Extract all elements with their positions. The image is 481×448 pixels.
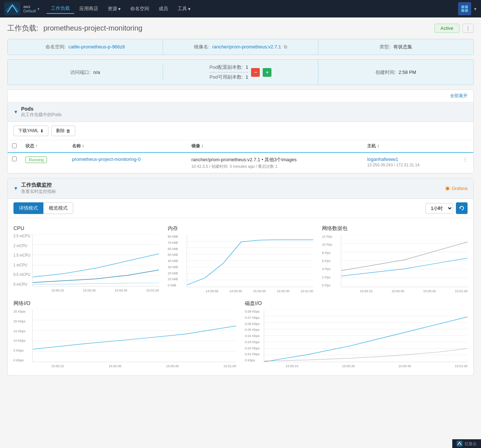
cpu-chart: CPU 2.5 mCPU 2 mCPU 1.5 mCPU 1 mCPU 0.5 …: [13, 225, 159, 293]
info-row-1: 命名空间: cattle-prometheus-p-966z8 镜像名: ran…: [8, 39, 473, 55]
svg-rect-1: [461, 5, 464, 8]
row-host: loganhafwww1 13.250.39.243 / 172.31.31.1…: [363, 152, 457, 173]
nav-dashboard-icon[interactable]: [458, 2, 471, 15]
image-main: rancher/prom-prometheus:v2.7.1 • 其他3个ima…: [191, 156, 358, 163]
status-running-badge: Running: [25, 156, 47, 163]
info-row-2: 访问端口: n/a Pod配置副本数: 1 Pod可用副本数: 1: [8, 60, 473, 85]
host-link[interactable]: loganhafwww1: [367, 156, 398, 162]
net-packets-svg: [341, 235, 468, 287]
cpu-chart-inner: [32, 234, 159, 286]
grafana-link[interactable]: Grafana: [445, 186, 468, 191]
header-actions: Active ⋮: [434, 24, 474, 33]
mode-detail-tab[interactable]: 详情模式: [13, 202, 43, 214]
cpu-x-labels: 15:00:15 15:00:30 15:00:45 15:01:00: [32, 289, 159, 292]
pod-name-link[interactable]: prometheus-project-monitoring-0: [72, 156, 141, 162]
pods-section: 全部展开 ▼ Pods 此工作负载中的Pods 下载YAML ⬇ 删除 🗑: [7, 90, 474, 174]
nav-items: 工作负载 应用商店 资源 ▾ 命名空间 成员 工具 ▾: [47, 4, 458, 14]
svg-point-6: [446, 187, 449, 190]
expand-all-link[interactable]: 全部展开: [450, 93, 468, 98]
network-packets-chart: 网络数据包 12 Pps 10 Pps 8 Pps 6 Pps 4 Pps 2 …: [322, 225, 468, 293]
cpu-chart-title: CPU: [13, 225, 159, 231]
monitoring-section: ▼ 工作负载监控 查看实时监控指标 Grafana 详情模式 概览模式: [7, 178, 474, 376]
pods-collapse-icon: ▼: [13, 109, 18, 115]
copy-icon[interactable]: ⧉: [284, 44, 287, 49]
download-yaml-button[interactable]: 下载YAML ⬇: [13, 126, 48, 136]
cpu-y-labels: 2.5 mCPU 2 mCPU 1.5 mCPU 1 mCPU 0.5 mCPU…: [13, 234, 32, 292]
monitoring-collapse-icon[interactable]: ▼: [13, 186, 18, 191]
header-status[interactable]: 状态 ↑: [21, 140, 68, 152]
disk-io-x-labels: 15:00:15 15:00:30 15:00:45 15:01:00: [264, 364, 468, 368]
row-more-icon[interactable]: ⋮: [461, 155, 469, 163]
memory-y-labels: 80 MiB 70 MiB 60 MiB 50 MiB 40 MiB 30 Mi…: [168, 235, 187, 293]
nav-item-appstore[interactable]: 应用商店: [75, 4, 103, 14]
scale-up-button[interactable]: +: [263, 68, 271, 77]
svg-rect-3: [461, 9, 464, 12]
network-io-chart: 网络I/O 25 Kbps 20 Kbps 15 Kbps 10 Kbps 5 …: [13, 300, 236, 368]
disk-io-y-labels: 0.08 Kbps 0.07 Kbps 0.06 Kbps 0.05 Kbps …: [245, 310, 264, 368]
pods-table: 状态 ↑ 名称 ↕ 镜像 ↕ 主机 ↕: [8, 140, 473, 173]
disk-io-chart: 磁盘I/O 0.08 Kbps 0.07 Kbps 0.06 Kbps 0.05…: [245, 300, 468, 368]
header-image[interactable]: 镜像 ↕: [187, 140, 363, 152]
header-name[interactable]: 名称 ↕: [68, 140, 187, 152]
charts-grid-1: CPU 2.5 mCPU 2 mCPU 1.5 mCPU 1 mCPU 0.5 …: [8, 218, 473, 300]
time-selector: 1小时: [425, 202, 468, 214]
mode-tabs: 详情模式 概览模式: [13, 202, 73, 214]
table-header-row: 状态 ↑ 名称 ↕ 镜像 ↕ 主机 ↕: [8, 140, 473, 152]
monitoring-title-area: ▼ 工作负载监控 查看实时监控指标: [13, 182, 56, 195]
nav-item-tools[interactable]: 工具 ▾: [173, 4, 195, 14]
nav-tools-chevron: ▾: [188, 6, 191, 12]
delete-button[interactable]: 删除 🗑: [51, 126, 75, 136]
network-io-title: 网络I/O: [13, 300, 236, 307]
info-section-bottom: 访问端口: n/a Pod配置副本数: 1 Pod可用副本数: 1: [7, 59, 474, 85]
pods-section-subtitle: 此工作负载中的Pods: [21, 112, 61, 118]
nav-item-members[interactable]: 成员: [154, 4, 172, 14]
pods-section-header[interactable]: ▼ Pods 此工作负载中的Pods: [8, 102, 473, 122]
cpu-chart-area: 2.5 mCPU 2 mCPU 1.5 mCPU 1 mCPU 0.5 mCPU…: [13, 234, 159, 292]
scale-down-button[interactable]: −: [251, 68, 260, 77]
select-all-checkbox[interactable]: [12, 143, 17, 148]
download-icon: ⬇: [40, 128, 44, 134]
nav-expand-icon[interactable]: ▾: [474, 6, 477, 12]
memory-chart-svg: [187, 235, 313, 287]
info-pod-replicas: Pod配置副本数: 1 Pod可用副本数: 1 − +: [163, 60, 318, 85]
status-badge: Active: [434, 24, 460, 33]
nav-item-namespace[interactable]: 命名空间: [126, 4, 154, 14]
header-host[interactable]: 主机 ↕: [363, 140, 457, 152]
disk-io-svg: [264, 310, 468, 362]
row-image: rancher/prom-prometheus:v2.7.1 • 其他3个ima…: [187, 152, 363, 173]
header-checkbox-col: [8, 140, 21, 152]
mode-overview-tab[interactable]: 概览模式: [43, 202, 73, 214]
pods-section-title: Pods: [21, 106, 61, 112]
page-header: 工作负载: prometheus-project-monitoring Acti…: [7, 23, 474, 33]
network-io-area: 25 Kbps 20 Kbps 15 Kbps 10 Kbps 5 Kbps 0…: [13, 310, 236, 368]
page-content: 工作负载: prometheus-project-monitoring Acti…: [0, 17, 481, 386]
monitoring-subtitle: 查看实时监控指标: [21, 189, 56, 195]
net-io-chart-inner: [32, 310, 236, 362]
pods-content: 下载YAML ⬇ 删除 🗑 状态: [8, 122, 473, 173]
page-title: 工作负载: prometheus-project-monitoring: [7, 23, 142, 33]
refresh-button[interactable]: [456, 202, 468, 214]
time-select[interactable]: 1小时: [425, 203, 453, 214]
row-name: prometheus-project-monitoring-0: [68, 152, 187, 173]
host-ip: 13.250.39.243 / 172.31.31.14: [367, 163, 453, 167]
net-packets-chart-inner: [341, 235, 468, 287]
memory-chart-title: 内存: [168, 225, 313, 232]
memory-chart-inner: [187, 235, 313, 287]
nav-item-workload[interactable]: 工作负载: [47, 4, 74, 14]
row-checkbox[interactable]: [8, 152, 21, 173]
nav-default-label: Default: [23, 9, 36, 13]
nav-item-resources[interactable]: 资源 ▾: [103, 4, 125, 14]
pods-toolbar: 下载YAML ⬇ 删除 🗑: [8, 122, 473, 140]
nav-chevron-icon[interactable]: ▾: [37, 7, 39, 11]
expand-all-area: 全部展开: [8, 90, 473, 102]
pods-table-wrap: 状态 ↑ 名称 ↕ 镜像 ↕ 主机 ↕: [8, 140, 473, 173]
nav-aws-label: aws: [23, 4, 36, 9]
row-more[interactable]: ⋮: [457, 152, 473, 173]
charts-grid-2: 网络I/O 25 Kbps 20 Kbps 15 Kbps 10 Kbps 5 …: [8, 300, 473, 375]
disk-io-title: 磁盘I/O: [245, 300, 468, 307]
nav-aws-info: aws Default: [23, 4, 36, 13]
mode-bar: 详情模式 概览模式 1小时: [8, 199, 473, 218]
nav-resources-chevron: ▾: [118, 6, 121, 12]
svg-rect-4: [465, 9, 468, 12]
more-options-button[interactable]: ⋮: [462, 24, 474, 33]
